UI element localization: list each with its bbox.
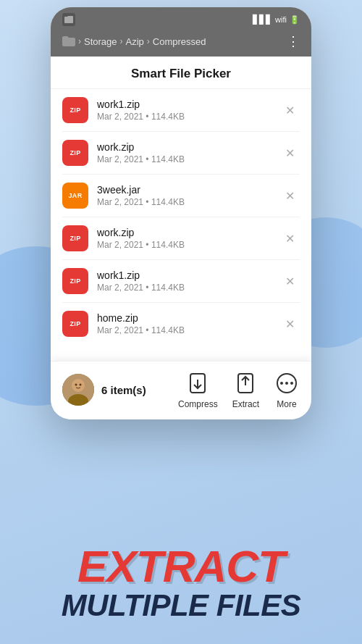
list-item: ZIP home.zip Mar 2, 2021 • 114.4KB ✕ xyxy=(62,303,300,345)
svg-point-13 xyxy=(290,382,293,385)
list-item: ZIP work1.zip Mar 2, 2021 • 114.4KB ✕ xyxy=(62,260,300,303)
wifi-icon: wifi xyxy=(275,15,287,24)
remove-file-button[interactable]: ✕ xyxy=(279,100,300,120)
breadcrumb-sep-3: › xyxy=(147,36,150,46)
file-info: home.zip Mar 2, 2021 • 114.4KB xyxy=(97,312,279,335)
file-name: work.zip xyxy=(97,227,279,238)
extract-button[interactable]: Extract xyxy=(232,370,259,409)
svg-point-12 xyxy=(285,382,288,385)
file-meta: Mar 2, 2021 • 114.4KB xyxy=(97,283,279,293)
promo-text: EXTRACT MULTIPLE FILES xyxy=(0,544,362,622)
file-meta: Mar 2, 2021 • 114.4KB xyxy=(97,325,279,335)
folder-icon xyxy=(62,13,75,26)
breadcrumb-storage[interactable]: Storage xyxy=(84,36,117,47)
file-type-label: ZIP xyxy=(70,106,81,114)
svg-point-5 xyxy=(80,384,82,386)
avatar-face xyxy=(62,374,94,406)
selected-count: 6 item(s) xyxy=(101,384,146,396)
more-label: More xyxy=(277,399,296,409)
file-name: work1.zip xyxy=(97,99,279,110)
signal-icon: ▋▋▋ xyxy=(253,14,272,25)
file-type-badge: JAR xyxy=(62,183,88,209)
action-buttons: Compress Extract xyxy=(178,370,300,409)
picker-title: Smart File Picker xyxy=(131,67,231,80)
remove-file-button[interactable]: ✕ xyxy=(279,271,300,291)
breadcrumb-azip[interactable]: Azip xyxy=(126,36,144,47)
file-info: 3week.jar Mar 2, 2021 • 114.4KB xyxy=(97,184,279,207)
promo-line2: MULTIPLE FILES xyxy=(14,589,348,622)
action-bar: 6 item(s) Compress xyxy=(51,361,311,419)
breadcrumb-sep-1: › xyxy=(78,36,81,46)
remove-file-button[interactable]: ✕ xyxy=(279,185,300,206)
file-name: home.zip xyxy=(97,312,279,324)
file-type-badge: ZIP xyxy=(62,311,88,337)
compress-label: Compress xyxy=(178,399,218,409)
file-type-label: ZIP xyxy=(70,149,81,156)
phone-container: ▋▋▋ wifi 🔋 › Storage › Azip › Compressed… xyxy=(51,7,311,419)
file-meta: Mar 2, 2021 • 114.4KB xyxy=(97,112,279,122)
list-item: ZIP work.zip Mar 2, 2021 • 114.4KB ✕ xyxy=(62,132,300,175)
compress-icon xyxy=(185,370,211,396)
status-icons: ▋▋▋ wifi 🔋 xyxy=(253,14,300,25)
status-bar: ▋▋▋ wifi 🔋 xyxy=(51,7,311,30)
file-meta: Mar 2, 2021 • 114.4KB xyxy=(97,197,279,207)
file-type-badge: ZIP xyxy=(62,225,88,251)
compress-button[interactable]: Compress xyxy=(178,370,218,409)
battery-icon: 🔋 xyxy=(290,15,300,25)
extract-icon xyxy=(232,370,258,396)
extract-label: Extract xyxy=(232,399,259,409)
breadcrumb-sep-2: › xyxy=(120,36,123,46)
svg-point-3 xyxy=(73,380,83,390)
file-type-label: ZIP xyxy=(70,277,81,285)
file-name: work1.zip xyxy=(97,269,279,281)
file-meta: Mar 2, 2021 • 114.4KB xyxy=(97,240,279,250)
remove-file-button[interactable]: ✕ xyxy=(279,143,300,163)
breadcrumb-compressed[interactable]: Compressed xyxy=(153,36,206,47)
file-name: work.zip xyxy=(97,141,279,153)
more-button[interactable]: More xyxy=(274,370,300,409)
file-info: work.zip Mar 2, 2021 • 114.4KB xyxy=(97,227,279,250)
file-info: work.zip Mar 2, 2021 • 114.4KB xyxy=(97,141,279,164)
file-meta: Mar 2, 2021 • 114.4KB xyxy=(97,154,279,164)
file-type-label: ZIP xyxy=(70,320,81,327)
more-circle-icon xyxy=(274,370,300,396)
file-name: 3week.jar xyxy=(97,184,279,196)
selected-info: 6 item(s) xyxy=(62,374,178,406)
svg-point-11 xyxy=(280,382,283,385)
list-item: ZIP work.zip Mar 2, 2021 • 114.4KB ✕ xyxy=(62,217,300,260)
file-type-badge: ZIP xyxy=(62,140,88,166)
file-info: work1.zip Mar 2, 2021 • 114.4KB xyxy=(97,269,279,293)
folder-nav-icon xyxy=(62,36,75,46)
avatar xyxy=(62,374,94,406)
picker-header: Smart File Picker xyxy=(51,57,311,89)
svg-point-4 xyxy=(75,384,77,386)
file-picker-content: Smart File Picker ZIP work1.zip Mar 2, 2… xyxy=(51,57,311,361)
list-item: ZIP work1.zip Mar 2, 2021 • 114.4KB ✕ xyxy=(62,89,300,132)
more-menu-icon[interactable]: ⋮ xyxy=(287,33,300,49)
promo-line1: EXTRACT xyxy=(14,544,348,589)
file-type-label: ZIP xyxy=(70,235,81,242)
file-type-badge: ZIP xyxy=(62,268,88,294)
remove-file-button[interactable]: ✕ xyxy=(279,228,300,248)
file-info: work1.zip Mar 2, 2021 • 114.4KB xyxy=(97,99,279,122)
list-item: JAR 3week.jar Mar 2, 2021 • 114.4KB ✕ xyxy=(62,175,300,217)
file-type-label: JAR xyxy=(69,192,83,199)
remove-file-button[interactable]: ✕ xyxy=(279,314,300,334)
file-list: ZIP work1.zip Mar 2, 2021 • 114.4KB ✕ ZI… xyxy=(51,89,311,345)
breadcrumb: › Storage › Azip › Compressed ⋮ xyxy=(51,30,311,57)
file-type-badge: ZIP xyxy=(62,97,88,123)
